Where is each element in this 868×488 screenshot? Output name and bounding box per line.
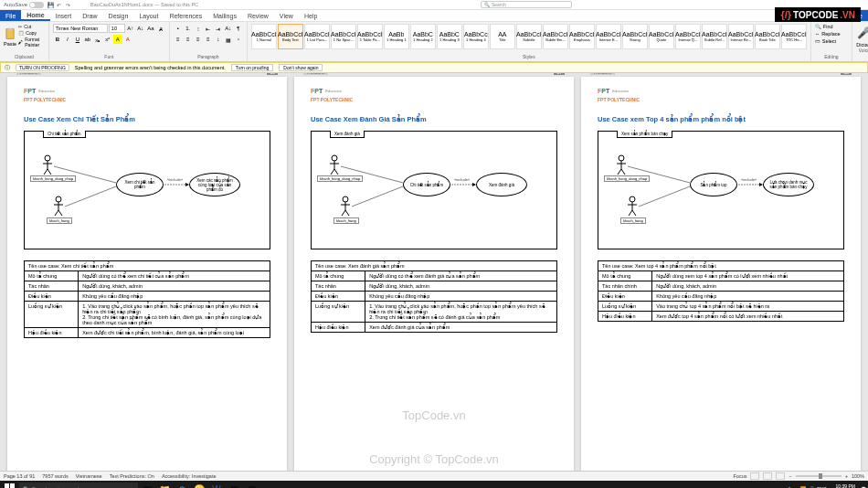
style-toc-he...[interactable]: AaBbCcITOC He...	[781, 24, 807, 49]
tab-home[interactable]: Home	[21, 10, 49, 21]
tab-references[interactable]: References	[164, 10, 207, 21]
tab-insert[interactable]: Insert	[50, 10, 78, 21]
style-body-text[interactable]: AaBbCcIBody Text	[278, 24, 303, 49]
italic-button[interactable]: I	[63, 35, 72, 44]
increase-indent-icon[interactable]: ⇥	[214, 24, 223, 33]
style-title[interactable]: AATitle	[490, 24, 515, 49]
focus-mode[interactable]: Focus	[734, 473, 747, 479]
print-layout-icon[interactable]	[763, 472, 772, 480]
subscript-button[interactable]: x₂	[93, 35, 102, 44]
tab-draw[interactable]: Draw	[77, 10, 102, 21]
show-marks-icon[interactable]: ¶	[234, 24, 243, 33]
app-icon-2[interactable]: ▣	[243, 481, 259, 488]
clock[interactable]: 10:39 PM 13/07/2023	[830, 483, 858, 488]
document-area[interactable]: TopCode.vn Copyright © TopCode.vn ThuCan…	[0, 73, 868, 471]
read-mode-icon[interactable]	[750, 472, 759, 480]
system-tray[interactable]: ^ ☁ 📶 🔊 ENG 10:39 PM 13/07/2023 💬	[789, 483, 866, 488]
document-page[interactable]: ThuCanh 18 FPT Education FPT POLYTECHNIC…	[581, 77, 861, 471]
grow-font-icon[interactable]: A↑	[126, 24, 135, 33]
change-case-icon[interactable]: Aa	[146, 24, 155, 33]
style-subtle-ref...[interactable]: AaBbCcISubtle Ref...	[702, 24, 727, 49]
superscript-button[interactable]: x²	[103, 35, 112, 44]
format-painter-button[interactable]: 🖌Format Painter	[18, 37, 45, 48]
strike-button[interactable]: ab	[83, 35, 92, 44]
bullets-icon[interactable]: •	[174, 24, 183, 33]
style-quote[interactable]: AaBbCcIQuote	[649, 24, 674, 49]
shading-icon[interactable]: ▦	[224, 35, 233, 44]
highlight-button[interactable]: A	[113, 35, 122, 44]
font-color-button[interactable]: A	[123, 35, 132, 44]
document-page[interactable]: ThuCanh 17 FPT Education FPT POLYTECHNIC…	[294, 77, 574, 471]
copy-button[interactable]: 📋Copy	[18, 30, 45, 36]
zoom-level[interactable]: 100%	[852, 473, 864, 479]
borders-icon[interactable]: ▫	[234, 35, 243, 44]
dictate-button[interactable]: 🎤	[856, 24, 868, 42]
chrome-icon[interactable]: 🟡	[191, 481, 207, 488]
styles-gallery[interactable]: AaBbCcI1 NormalAaBbCcIBody TextAaBbCcI1 …	[251, 24, 807, 51]
document-page[interactable]: ThuCanh 16 FPT Education FPT POLYTECHNIC…	[7, 77, 287, 471]
search-box[interactable]: Search	[481, 1, 572, 8]
text-predictions[interactable]: Text Predictions: On	[110, 473, 154, 479]
taskbar-search[interactable]: 🔍Type here to search	[19, 483, 138, 488]
tab-view[interactable]: View	[274, 10, 299, 21]
app-icon[interactable]: ▦	[226, 481, 242, 488]
style-1-normal[interactable]: AaBbCcI1 Normal	[251, 24, 277, 49]
style-subtle-em...[interactable]: AaBbCcISubtle Em...	[543, 24, 568, 49]
style-1-heading-4[interactable]: AaBbCc1 Heading 4	[463, 24, 489, 49]
style-1-heading-2[interactable]: AaBbC1 Heading 2	[410, 24, 436, 49]
cut-button[interactable]: ✂Cut	[18, 24, 45, 29]
edge-icon[interactable]: ◉	[174, 481, 190, 488]
zoom-out-icon[interactable]: −	[789, 473, 791, 479]
accessibility-check[interactable]: Accessibility: Investigate	[162, 473, 217, 479]
decrease-indent-icon[interactable]: ⇤	[204, 24, 213, 33]
find-button[interactable]: 🔍Find	[815, 24, 833, 29]
start-button[interactable]	[2, 481, 18, 488]
style-subtitle[interactable]: AaBbCcISubtitle	[516, 24, 542, 49]
numbering-icon[interactable]: 1.	[184, 24, 193, 33]
style-strong[interactable]: AaBbCcIStrong	[622, 24, 648, 49]
style-1-no-spac...[interactable]: AaBbCcI1 No Spac...	[331, 24, 356, 49]
style-1-table-pa...[interactable]: AaBbCcI1 Table Pa...	[357, 24, 383, 49]
bold-button[interactable]: B	[53, 35, 62, 44]
quick-access[interactable]: 💾↶↷	[48, 2, 72, 8]
style-1-list-para...[interactable]: AaBbCcI1 List Para...	[304, 24, 330, 49]
align-right-icon[interactable]: ≡	[194, 35, 203, 44]
tab-layout[interactable]: Layout	[133, 10, 164, 21]
tab-file[interactable]: File	[0, 10, 21, 21]
justify-icon[interactable]: ≡	[204, 35, 213, 44]
font-size-select[interactable]: 10	[109, 24, 125, 33]
align-center-icon[interactable]: ≡	[184, 35, 193, 44]
style-book-title[interactable]: AaBbCcIBook Title	[755, 24, 780, 49]
shrink-font-icon[interactable]: A↓	[136, 24, 145, 33]
clear-format-icon[interactable]: A̷	[156, 24, 165, 33]
style-intense-q...[interactable]: AaBbCcIIntense Q...	[675, 24, 701, 49]
font-family-select[interactable]: Times New Roman	[53, 24, 108, 33]
explorer-icon[interactable]: 📁	[156, 481, 173, 488]
dont-show-button[interactable]: Don't show again	[279, 64, 323, 71]
language-indicator[interactable]: Vietnamese	[76, 473, 102, 479]
word-icon[interactable]: W	[208, 481, 225, 488]
web-layout-icon[interactable]	[776, 472, 785, 480]
zoom-in-icon[interactable]: +	[845, 473, 848, 479]
underline-button[interactable]: U	[73, 35, 82, 44]
page-indicator[interactable]: Page 13 of 91	[4, 473, 35, 479]
multilevel-icon[interactable]: ⁝	[194, 24, 203, 33]
style-emphasis[interactable]: AaBbCcIEmphasis	[569, 24, 595, 49]
tab-help[interactable]: Help	[299, 10, 323, 21]
select-button[interactable]: ▭Select	[815, 38, 836, 44]
word-count[interactable]: 7957 words	[42, 473, 68, 479]
style-intense-re...[interactable]: AaBbCcIIntense Re...	[728, 24, 754, 49]
autosave-toggle[interactable]: AutoSave	[4, 2, 44, 8]
tab-design[interactable]: Design	[103, 10, 134, 21]
style-1-heading-3[interactable]: AaBbC1 Heading 3	[437, 24, 462, 49]
line-spacing-icon[interactable]: ↕	[214, 35, 223, 44]
sort-icon[interactable]: A↓	[224, 24, 233, 33]
replace-button[interactable]: ↔Replace	[815, 31, 841, 37]
paste-button[interactable]: Paste	[4, 24, 16, 49]
zoom-slider[interactable]	[796, 475, 842, 477]
tab-mailings[interactable]: Mailings	[207, 10, 242, 21]
style-intense-e...[interactable]: AaBbCcIIntense E...	[596, 24, 621, 49]
task-view-icon[interactable]: ◫	[139, 481, 155, 488]
style-1-heading-1[interactable]: AaBb1 Heading 1	[384, 24, 409, 49]
align-left-icon[interactable]: ≡	[174, 35, 183, 44]
